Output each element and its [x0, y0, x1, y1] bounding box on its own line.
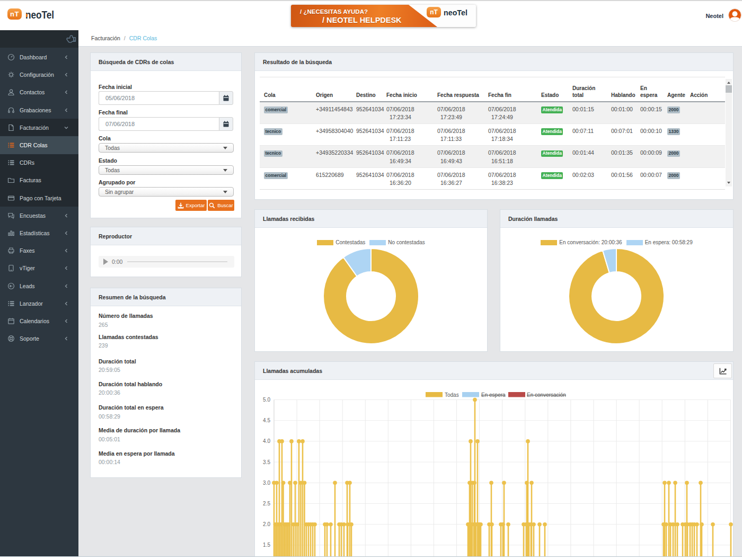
svg-text:3.5: 3.5 [263, 459, 270, 465]
svg-text:1.5: 1.5 [263, 542, 270, 548]
svg-text:Todas: Todas [445, 392, 459, 398]
svg-text:4.5: 4.5 [263, 417, 270, 423]
svg-text:5.0: 5.0 [263, 397, 270, 403]
svg-text:2.0: 2.0 [263, 521, 270, 527]
svg-text:3.0: 3.0 [263, 480, 270, 486]
svg-text:2.5: 2.5 [263, 501, 270, 506]
svg-text:En conversación: En conversación [527, 392, 566, 398]
svg-text:4.0: 4.0 [263, 438, 270, 444]
svg-text:En espera: En espera [481, 392, 506, 398]
